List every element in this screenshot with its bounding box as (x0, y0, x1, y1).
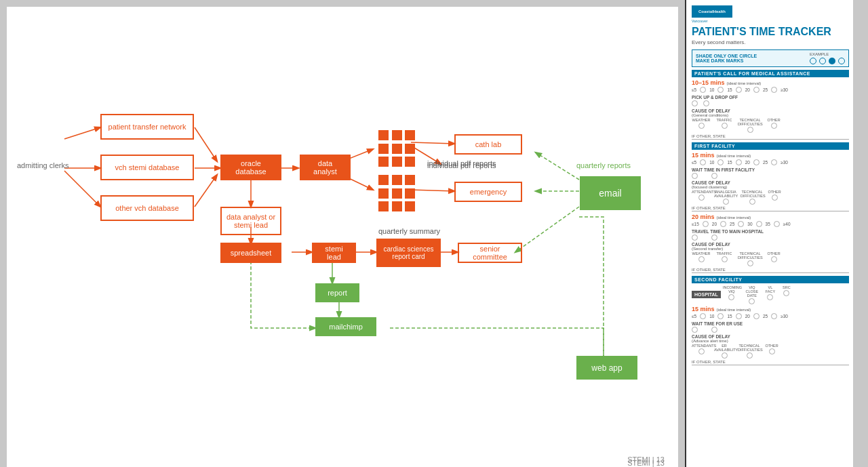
instruction-box: SHADE ONLY ONE CIRCLE MAKE DARK MARKS EX… (692, 49, 849, 67)
travel-c1[interactable] (692, 235, 698, 241)
wait2-label: WAIT TIME IN FIRST FACILITY (692, 167, 849, 172)
t1c4[interactable] (753, 87, 760, 93)
cause2-att[interactable] (698, 195, 705, 201)
svg-line-10 (411, 142, 454, 144)
wait4-row: WAIT TIME FOR ER USE (692, 321, 849, 333)
logo-area: CoastalHealth Vancouver (692, 5, 849, 23)
section1-header: PATIENT'S CALL FOR MEDICAL ASSISTANCE (692, 70, 849, 77)
example-circle-filled (829, 58, 835, 64)
cause1-other[interactable] (771, 123, 777, 129)
cause4-tech[interactable] (747, 352, 753, 359)
cause3-traffic[interactable] (722, 256, 728, 262)
t1c3[interactable] (736, 87, 742, 93)
t3c3[interactable] (738, 221, 744, 227)
time4-label: 15 mins (692, 306, 715, 312)
cause2-other[interactable] (772, 195, 778, 201)
hosp-opt2[interactable] (749, 298, 755, 304)
time1-row: 10–15 mins (ideal time interval) ≤5 10 1… (692, 79, 849, 93)
t2c3[interactable] (736, 159, 742, 165)
cause4-att[interactable] (698, 348, 705, 354)
time1-lte5: ≤5 (692, 87, 696, 92)
cause4-other[interactable] (769, 348, 775, 354)
t2c4[interactable] (753, 159, 760, 165)
cause2-tech[interactable] (749, 199, 755, 205)
cause4-circles: ATTENDANTS ER AVAILABILITY TECHNICAL DIF… (692, 344, 849, 359)
pickup-label: PICK UP & DROP OFF (692, 95, 849, 100)
cause4-er[interactable] (722, 352, 728, 359)
cause4-section: CAUSE OF DELAY (Advance alert time) ATTE… (692, 334, 849, 359)
vch-stemi-box: vch stemi database (100, 155, 194, 180)
t2c5[interactable] (771, 159, 777, 165)
page-num-display: STEMI | 13 (627, 455, 665, 464)
wait2-c1[interactable] (692, 173, 698, 179)
t4c1[interactable] (700, 313, 706, 319)
t2c2[interactable] (717, 159, 724, 165)
if-other-1: IF OTHER, STATE (692, 134, 849, 140)
time2-sublabel: (ideal time interval) (717, 154, 751, 158)
senior-committee-box: senior committee (458, 243, 522, 263)
cause3-tech[interactable] (747, 260, 753, 266)
web-app-box: web app (576, 356, 637, 380)
patient-transfer-box: patient transfer network (100, 114, 194, 140)
data-analyst-box: data analyst (300, 155, 351, 180)
t4c5[interactable] (771, 313, 777, 319)
travel-c2[interactable] (711, 235, 717, 241)
time2-label: 15 mins (692, 152, 715, 159)
section2-header: FIRST FACILITY (692, 142, 849, 150)
cause2-analg[interactable] (723, 199, 729, 205)
cause1-circles: WEATHER TRAFFIC TECHNICAL DIFFICULTIES O… (692, 118, 849, 133)
t4c3[interactable] (736, 313, 742, 319)
hosp-opt4[interactable] (783, 290, 789, 296)
t3c4[interactable] (756, 221, 762, 227)
cause2-circles: ATTENDANTS ANALGESIA AVAILABILITY TECHNI… (692, 190, 849, 205)
svg-line-3 (195, 127, 217, 161)
cause1-sublabel: (General conditions) (692, 113, 849, 117)
oracle-db-box: oracle database (220, 155, 281, 180)
svg-line-0 (64, 127, 100, 139)
time4-row: 15 mins (ideal time interval) ≤5 10 15 2… (692, 306, 849, 319)
if-other-2: IF OTHER, STATE (692, 206, 849, 211)
individual-pdf-text: individual pdf reports (427, 161, 496, 169)
email-box: email (580, 176, 641, 210)
t3c1[interactable] (703, 221, 709, 227)
cause1-label: CAUSE OF DELAY (692, 108, 849, 113)
svg-line-2 (64, 171, 100, 207)
pickup-c2[interactable] (703, 100, 709, 106)
cause1-section: CAUSE OF DELAY (General conditions) WEAT… (692, 108, 849, 133)
pickup-c1[interactable] (692, 100, 698, 106)
if-other-4: IF OTHER, STATE (692, 360, 849, 365)
time1-label: 10–15 mins (692, 79, 725, 86)
hospital-label: HOSPITAL (692, 291, 721, 298)
cause3-other[interactable] (771, 256, 777, 262)
t3c2[interactable] (720, 221, 726, 227)
hosp-opt1[interactable] (728, 294, 734, 300)
example-circle-3 (838, 58, 845, 64)
t1c5[interactable] (771, 87, 777, 93)
t1c2[interactable] (717, 87, 724, 93)
t2c1[interactable] (700, 159, 706, 165)
example-circles (810, 58, 845, 64)
t4c4[interactable] (753, 313, 760, 319)
t4c2[interactable] (717, 313, 724, 319)
cause1-weather[interactable] (698, 123, 705, 129)
wait4-c1[interactable] (692, 327, 698, 333)
wait2-c2[interactable] (711, 173, 717, 179)
cause3-weather[interactable] (698, 256, 705, 262)
time1-sublabel: (ideal time interval) (727, 81, 762, 85)
tracker-subtitle: Every second matters. (692, 39, 849, 45)
mailchimp-box: mailchimp (315, 317, 376, 336)
hosp-opt3[interactable] (767, 294, 773, 300)
wait4-c2[interactable] (711, 327, 717, 333)
other-vch-box: other vch database (100, 195, 194, 221)
spreadsheet-box: spreadsheet (220, 243, 281, 263)
example-label: EXAMPLE (810, 52, 845, 56)
cause2-sublabel: (focused clustering) (692, 185, 849, 189)
t1c1[interactable] (700, 87, 706, 93)
cause1-traffic[interactable] (722, 123, 728, 129)
wait4-label: WAIT TIME FOR ER USE (692, 321, 849, 326)
t3c5[interactable] (774, 221, 780, 227)
hospital-row: HOSPITAL INCOMING VIQ VIQ CLOSE DATE VL … (692, 285, 849, 304)
cause3-label: CAUSE OF DELAY (692, 242, 849, 247)
cause1-tech[interactable] (747, 127, 753, 133)
cause3-section: CAUSE OF DELAY (Second transfer) WEATHER… (692, 242, 849, 266)
